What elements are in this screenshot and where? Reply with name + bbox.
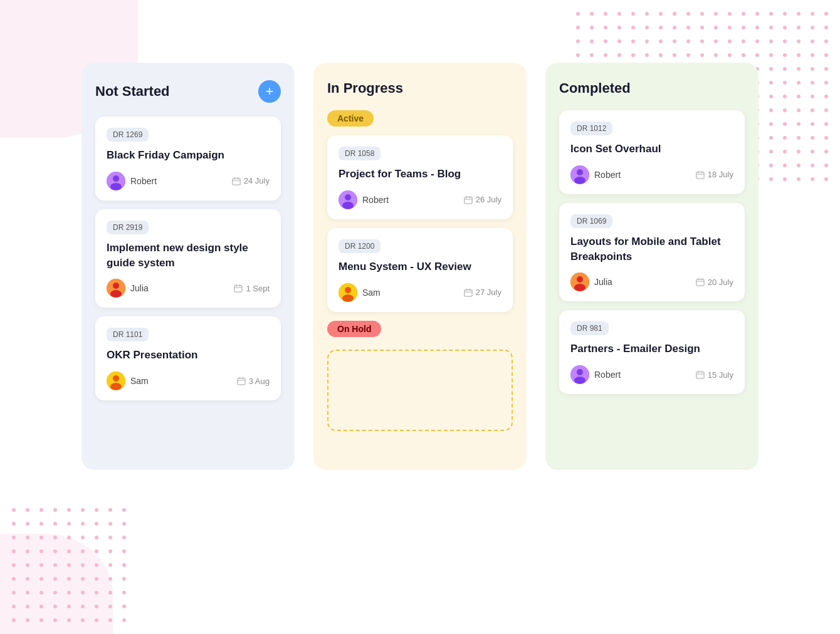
column-header: Completed bbox=[559, 80, 745, 96]
column-completed: Completed DR 1012 Icon Set Overhaul Robe… bbox=[545, 63, 759, 470]
card-date: 15 July bbox=[696, 370, 733, 380]
user-name: Robert bbox=[362, 195, 389, 205]
svg-rect-31 bbox=[465, 289, 472, 296]
column-not-started: Not Started+ DR 1269 Black Friday Campai… bbox=[81, 63, 295, 470]
card-user: Robert bbox=[107, 172, 157, 190]
card-title: Implement new design style guide system bbox=[107, 241, 270, 271]
card-title: Black Friday Campaign bbox=[107, 148, 270, 163]
user-name: Sam bbox=[362, 288, 381, 298]
card-title: Project for Teams - Blog bbox=[339, 167, 501, 182]
card-user: Julia bbox=[570, 273, 612, 291]
svg-point-1 bbox=[113, 175, 119, 182]
svg-point-2 bbox=[110, 183, 122, 190]
svg-point-44 bbox=[574, 284, 585, 291]
section-label: On Hold bbox=[327, 321, 381, 337]
user-name: Robert bbox=[594, 170, 621, 180]
card-footer: Sam 27 July bbox=[339, 283, 501, 302]
avatar bbox=[107, 279, 125, 298]
calendar-icon bbox=[232, 177, 241, 185]
card-title: Partners - Emailer Design bbox=[570, 341, 733, 356]
date-text: 3 Aug bbox=[249, 377, 270, 386]
card-footer: Sam 3 Aug bbox=[107, 372, 270, 390]
avatar bbox=[570, 165, 589, 184]
calendar-icon bbox=[696, 170, 705, 179]
card-date: 1 Sept bbox=[234, 284, 270, 293]
card-id: DR 1012 bbox=[570, 122, 612, 135]
calendar-icon bbox=[696, 370, 705, 379]
add-task-button[interactable]: + bbox=[258, 80, 281, 103]
user-name: Julia bbox=[594, 277, 612, 287]
column-header: In Progress bbox=[327, 80, 513, 96]
svg-rect-24 bbox=[465, 197, 472, 204]
card-date: 26 July bbox=[464, 195, 501, 204]
date-text: 26 July bbox=[476, 195, 501, 204]
user-name: Julia bbox=[130, 283, 149, 293]
svg-point-51 bbox=[574, 377, 585, 384]
task-card[interactable]: DR 1012 Icon Set Overhaul Robert 18 July bbox=[559, 110, 745, 194]
user-name: Robert bbox=[594, 370, 621, 380]
svg-point-22 bbox=[345, 194, 351, 200]
svg-rect-3 bbox=[233, 178, 240, 185]
card-date: 20 July bbox=[696, 278, 733, 287]
svg-point-23 bbox=[342, 202, 354, 209]
card-date: 3 Aug bbox=[237, 377, 270, 386]
card-user: Julia bbox=[107, 279, 149, 298]
task-card[interactable]: DR 981 Partners - Emailer Design Robert … bbox=[559, 310, 745, 394]
svg-point-43 bbox=[577, 276, 583, 283]
avatar bbox=[107, 372, 125, 390]
card-id: DR 1269 bbox=[107, 128, 149, 142]
task-card[interactable]: DR 1069 Layouts for Mobile and Tablet Br… bbox=[559, 203, 745, 302]
card-user: Sam bbox=[107, 372, 149, 390]
card-footer: Julia 1 Sept bbox=[107, 279, 270, 298]
section-label: Active bbox=[327, 110, 374, 127]
card-date: 18 July bbox=[696, 170, 733, 179]
card-id: DR 981 bbox=[570, 321, 609, 335]
avatar bbox=[570, 365, 589, 384]
svg-point-29 bbox=[345, 287, 351, 293]
svg-point-16 bbox=[110, 383, 122, 390]
svg-rect-10 bbox=[234, 286, 242, 293]
svg-rect-17 bbox=[238, 378, 245, 385]
date-text: 1 Sept bbox=[246, 284, 270, 293]
card-id: DR 1058 bbox=[339, 147, 381, 160]
calendar-icon bbox=[237, 377, 246, 385]
card-footer: Robert 24 July bbox=[107, 172, 270, 190]
card-title: Icon Set Overhaul bbox=[570, 142, 733, 157]
svg-point-8 bbox=[113, 283, 119, 289]
card-id: DR 1200 bbox=[339, 239, 381, 253]
column-title: In Progress bbox=[327, 80, 403, 96]
svg-rect-38 bbox=[696, 172, 704, 179]
task-card[interactable]: DR 1200 Menu System - UX Review Sam 27 J… bbox=[327, 228, 513, 312]
user-name: Sam bbox=[130, 376, 149, 386]
card-user: Robert bbox=[339, 190, 389, 209]
svg-point-30 bbox=[342, 294, 354, 302]
drop-zone[interactable] bbox=[327, 350, 513, 431]
svg-point-36 bbox=[577, 169, 583, 175]
card-date: 27 July bbox=[464, 288, 501, 297]
kanban-board: Not Started+ DR 1269 Black Friday Campai… bbox=[0, 0, 840, 533]
avatar bbox=[339, 190, 357, 209]
avatar bbox=[107, 172, 125, 190]
task-card[interactable]: DR 1101 OKR Presentation Sam 3 Aug bbox=[95, 316, 281, 400]
calendar-icon bbox=[464, 288, 473, 297]
task-card[interactable]: DR 1269 Black Friday Campaign Robert 24 … bbox=[95, 117, 281, 200]
svg-point-9 bbox=[110, 290, 122, 298]
task-card[interactable]: DR 1058 Project for Teams - Blog Robert … bbox=[327, 135, 513, 219]
avatar bbox=[339, 283, 357, 302]
column-header: Not Started+ bbox=[95, 80, 281, 103]
card-id: DR 2919 bbox=[107, 221, 149, 234]
card-id: DR 1069 bbox=[570, 214, 612, 228]
avatar bbox=[570, 273, 589, 291]
card-id: DR 1101 bbox=[107, 328, 149, 341]
column-in-progress: In ProgressActive DR 1058 Project for Te… bbox=[313, 63, 527, 470]
card-title: OKR Presentation bbox=[107, 348, 270, 363]
svg-rect-45 bbox=[696, 279, 704, 286]
column-title: Completed bbox=[559, 80, 631, 96]
card-title: Menu System - UX Review bbox=[339, 259, 501, 274]
card-user: Robert bbox=[570, 165, 621, 184]
task-card[interactable]: DR 2919 Implement new design style guide… bbox=[95, 209, 281, 308]
user-name: Robert bbox=[130, 176, 157, 186]
date-text: 18 July bbox=[708, 170, 733, 179]
date-text: 20 July bbox=[708, 278, 733, 287]
calendar-icon bbox=[234, 284, 243, 293]
